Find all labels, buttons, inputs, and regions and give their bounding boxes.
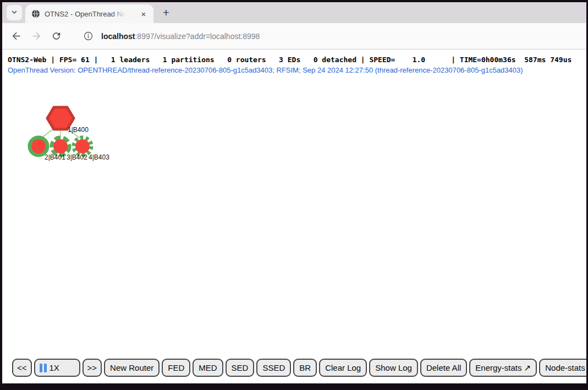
pause-icon	[40, 364, 47, 372]
speed-label: 1X	[50, 363, 59, 372]
br-button[interactable]: BR	[293, 359, 317, 377]
page-content: OTNS2-Web | FPS= 61 | 1 leaders 1 partit…	[2, 50, 586, 383]
med-button[interactable]: MED	[193, 359, 223, 377]
address-bar[interactable]: localhost:8997/visualize?addr=localhost:…	[101, 32, 260, 41]
site-info-icon[interactable]	[83, 31, 94, 41]
tab-title-fade	[112, 10, 128, 18]
reload-icon[interactable]	[51, 30, 62, 42]
delete-all-button[interactable]: Delete All	[420, 359, 467, 377]
node-ed-4-b403[interactable]	[74, 138, 91, 155]
node-stats-button[interactable]: Node-stats ↗	[539, 359, 586, 377]
clear-log-button[interactable]: Clear Log	[319, 359, 367, 377]
node-label: 3|B402	[67, 153, 87, 161]
node-label: 4|B403	[89, 153, 109, 161]
tab-search-button[interactable]	[7, 5, 22, 20]
energy-stats-button[interactable]: Energy-stats ↗	[469, 359, 537, 377]
node-ed-2-b401[interactable]	[30, 138, 47, 155]
node-label: 2|B401	[45, 153, 65, 161]
show-log-button[interactable]: Show Log	[369, 359, 418, 377]
tab-otns2[interactable]: OTNS2 - OpenThread Ne ×	[25, 4, 153, 23]
url-path: :8997/visualize?addr=localhost:8998	[135, 32, 260, 41]
forward-icon[interactable]	[30, 30, 42, 42]
network-topology-canvas[interactable]: 1|B400 2|B401 3|B402 4|B403	[2, 50, 586, 383]
speed-up-button[interactable]: >>	[83, 359, 102, 377]
chevron-down-icon	[11, 8, 18, 18]
globe-favicon-icon	[31, 9, 40, 18]
node-label: 1|B400	[68, 126, 89, 134]
nav-toolbar: localhost:8997/visualize?addr=localhost:…	[2, 23, 586, 50]
browser-window: OTNS2 - OpenThread Ne × + localhost:8997…	[2, 2, 586, 383]
new-tab-button[interactable]: +	[158, 5, 174, 20]
node-ed-3-b402[interactable]	[52, 138, 69, 155]
ssed-button[interactable]: SSED	[256, 359, 291, 377]
new-router-button[interactable]: New Router	[104, 359, 160, 377]
pause-speed-button[interactable]: 1X	[34, 359, 80, 377]
speed-down-button[interactable]: <<	[12, 359, 32, 377]
action-bar: << 1X >> New Router FED MED SED SSED BR …	[12, 359, 586, 377]
url-host: localhost	[101, 32, 135, 41]
tab-strip: OTNS2 - OpenThread Ne × +	[2, 2, 586, 23]
sed-button[interactable]: SED	[226, 359, 255, 377]
back-icon[interactable]	[10, 30, 22, 42]
fed-button[interactable]: FED	[162, 359, 190, 377]
tab-close-icon[interactable]: ×	[138, 8, 149, 19]
tab-title: OTNS2 - OpenThread Ne	[45, 10, 128, 18]
